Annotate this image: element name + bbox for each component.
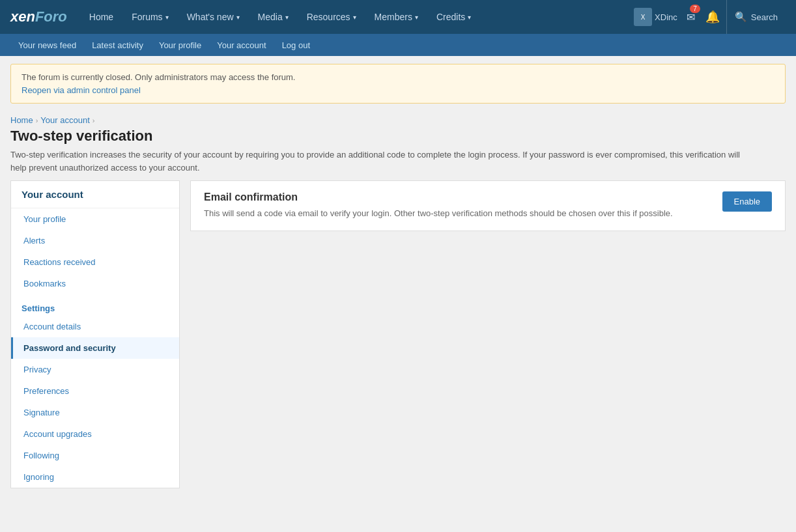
nav-items: Home Forums ▾ What's new ▾ Media ▾ Resou…: [80, 0, 629, 34]
enable-button[interactable]: Enable: [722, 191, 772, 212]
sidebar-item-preferences[interactable]: Preferences: [11, 380, 179, 402]
sidebar-item-following[interactable]: Following: [11, 445, 179, 466]
avatar: X: [634, 8, 652, 26]
chevron-down-icon: ▾: [165, 14, 169, 21]
subnav-item-your-profile[interactable]: Your profile: [151, 34, 209, 56]
content-area: Email confirmation This will send a code…: [190, 180, 786, 231]
chevron-down-icon: ▾: [468, 14, 471, 21]
nav-item-resources[interactable]: Resources ▾: [298, 0, 365, 34]
sidebar-item-privacy[interactable]: Privacy: [11, 359, 179, 380]
sidebar-item-account-upgrades[interactable]: Account upgrades: [11, 423, 179, 445]
user-area[interactable]: X XDinc: [629, 8, 683, 26]
verification-card-text: Email confirmation This will send a code…: [204, 191, 673, 220]
messages-icon[interactable]: ✉ 7: [683, 0, 699, 34]
chevron-down-icon: ▾: [285, 14, 289, 21]
page-description: Two-step verification increases the secu…: [0, 147, 769, 180]
nav-item-credits[interactable]: Credits ▾: [427, 0, 480, 34]
top-nav: xenForo Home Forums ▾ What's new ▾ Media…: [0, 0, 796, 34]
breadcrumb-separator2: ›: [92, 117, 95, 124]
sidebar-item-bookmarks[interactable]: Bookmarks: [11, 273, 179, 294]
search-icon: 🔍: [735, 11, 747, 23]
main-content: Your account Your profile Alerts Reactio…: [0, 180, 796, 501]
nav-right: X XDinc ✉ 7 🔔 🔍 Search: [629, 0, 786, 34]
breadcrumb-parent[interactable]: Your account: [40, 115, 89, 125]
sidebar-item-reactions-received[interactable]: Reactions received: [11, 251, 179, 273]
username: XDinc: [655, 12, 677, 22]
sidebar: Your account Your profile Alerts Reactio…: [10, 180, 180, 488]
message-badge: 7: [690, 5, 700, 13]
chevron-down-icon: ▾: [415, 14, 418, 21]
subnav-item-latest-activity[interactable]: Latest activity: [84, 34, 151, 56]
verification-method-desc: This will send a code via email to verif…: [204, 207, 673, 220]
sidebar-section-settings: Settings: [11, 297, 179, 316]
breadcrumb-home[interactable]: Home: [10, 115, 33, 125]
subnav-item-your-account[interactable]: Your account: [209, 34, 274, 56]
sidebar-item-alerts[interactable]: Alerts: [11, 230, 179, 251]
chevron-down-icon: ▾: [353, 14, 356, 21]
nav-item-home[interactable]: Home: [80, 0, 122, 34]
alert-link[interactable]: Reopen via admin control panel: [21, 85, 141, 95]
chevron-down-icon: ▾: [236, 14, 240, 21]
page-title: Two-step verification: [0, 126, 796, 147]
sub-nav: Your news feed Latest activity Your prof…: [0, 34, 796, 56]
nav-item-forums[interactable]: Forums ▾: [122, 0, 177, 34]
alerts-icon[interactable]: 🔔: [699, 0, 726, 34]
sidebar-title: Your account: [11, 181, 179, 208]
sidebar-item-account-details[interactable]: Account details: [11, 316, 179, 337]
sidebar-item-password-security[interactable]: Password and security: [11, 337, 179, 359]
alert-message: The forum is currently closed. Only admi…: [21, 72, 775, 82]
breadcrumb-separator: ›: [36, 117, 38, 124]
sidebar-item-ignoring[interactable]: Ignoring: [11, 466, 179, 488]
verification-method-title: Email confirmation: [204, 191, 673, 203]
verification-card: Email confirmation This will send a code…: [190, 180, 786, 231]
nav-item-media[interactable]: Media ▾: [249, 0, 298, 34]
alert-banner: The forum is currently closed. Only admi…: [10, 64, 786, 104]
sidebar-item-your-profile[interactable]: Your profile: [11, 208, 179, 230]
search-button[interactable]: 🔍 Search: [726, 0, 786, 34]
sidebar-item-signature[interactable]: Signature: [11, 402, 179, 423]
breadcrumb: Home › Your account ›: [0, 111, 796, 126]
nav-item-members[interactable]: Members ▾: [365, 0, 427, 34]
nav-item-whats-new[interactable]: What's new ▾: [178, 0, 249, 34]
logo[interactable]: xenForo: [10, 8, 67, 25]
subnav-item-logout[interactable]: Log out: [274, 34, 318, 56]
subnav-item-news-feed[interactable]: Your news feed: [10, 34, 84, 56]
